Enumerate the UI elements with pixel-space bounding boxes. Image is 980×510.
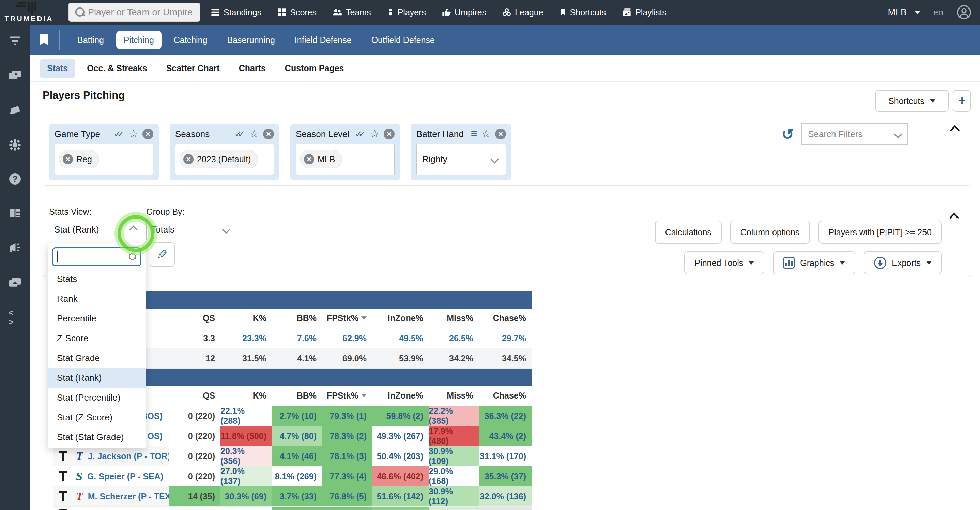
stat-cell[interactable]: 4.1% (46) bbox=[272, 446, 322, 466]
stat-cell[interactable]: 29.7% bbox=[479, 333, 531, 343]
select-all-icon[interactable] bbox=[234, 129, 245, 139]
pin-button[interactable] bbox=[53, 446, 73, 466]
nav-playlists[interactable]: Playlists bbox=[622, 8, 667, 18]
dropdown-option-rank[interactable]: Rank bbox=[48, 289, 145, 309]
dropdown-option-z-score[interactable]: Z-Score bbox=[48, 328, 145, 348]
nav-standings[interactable]: Standings bbox=[211, 8, 261, 18]
player-link[interactable]: OS) bbox=[148, 431, 162, 441]
stat-cell[interactable]: 30.9% (112) bbox=[429, 486, 479, 506]
pin-button[interactable] bbox=[53, 486, 73, 506]
col-header-k[interactable]: K% bbox=[221, 390, 272, 400]
col-header-fpstk[interactable]: FPStk% bbox=[322, 390, 372, 400]
global-search-input[interactable]: Player or Team or Umpire bbox=[68, 3, 200, 22]
remove-filter-icon[interactable] bbox=[495, 129, 506, 139]
stat-cell[interactable]: 7.6% bbox=[272, 333, 322, 343]
tab-catching[interactable]: Catching bbox=[166, 31, 215, 49]
remove-filter-icon[interactable] bbox=[263, 129, 274, 139]
tab-stats[interactable]: Stats bbox=[40, 59, 75, 78]
graphics-button[interactable]: Graphics bbox=[773, 251, 855, 274]
favorite-star-icon[interactable] bbox=[370, 129, 380, 139]
dropdown-option-stat-grade[interactable]: Stat Grade bbox=[48, 348, 145, 368]
stat-cell[interactable]: 78.1% (3) bbox=[322, 446, 372, 466]
stat-cell[interactable]: 49.3% (267) bbox=[372, 426, 429, 446]
stat-cell[interactable]: 50.4% (203) bbox=[372, 446, 429, 466]
remove-filter-icon[interactable] bbox=[142, 129, 153, 139]
language-selector[interactable]: en bbox=[933, 7, 943, 18]
pinned-tools-button[interactable]: Pinned Tools bbox=[684, 251, 764, 274]
stat-cell[interactable]: 35.3% (37) bbox=[479, 466, 531, 486]
col-header-miss[interactable]: Miss% bbox=[429, 313, 479, 323]
tab-outfield-defense[interactable]: Outfield Defense bbox=[364, 31, 442, 49]
tab-pitching[interactable]: Pitching bbox=[116, 31, 162, 49]
add-shortcut-button[interactable] bbox=[953, 90, 971, 112]
tab-batting[interactable]: Batting bbox=[70, 31, 111, 49]
filter-history-icon[interactable] bbox=[781, 126, 794, 143]
col-header-miss[interactable]: Miss% bbox=[429, 390, 479, 400]
dropdown-option-stat-z-score[interactable]: Stat (Z-Score) bbox=[48, 407, 145, 427]
favorite-star-icon[interactable] bbox=[129, 129, 138, 139]
player-link[interactable]: G. Speier (P - SEA) bbox=[87, 472, 163, 481]
stat-cell[interactable]: 76.8% (5) bbox=[322, 486, 372, 506]
player-link[interactable]: J. Jackson (P - TOR) bbox=[88, 451, 169, 461]
dropdown-option-stats[interactable]: Stats bbox=[48, 269, 145, 289]
search-filters-input[interactable]: Search Filters bbox=[802, 123, 908, 145]
stat-cell[interactable]: 49.5% bbox=[372, 333, 429, 343]
col-header-fpstk[interactable]: FPStk% bbox=[322, 313, 372, 323]
stat-cell[interactable]: 27.0% (137) bbox=[221, 466, 272, 486]
stat-cell[interactable]: 22.1% (288) bbox=[221, 406, 272, 426]
media-gallery-icon[interactable] bbox=[8, 276, 21, 289]
stat-cell[interactable]: 20.3% (356) bbox=[221, 446, 272, 466]
stat-cell[interactable]: 23.3% bbox=[221, 333, 272, 343]
nav-league[interactable]: League bbox=[502, 8, 543, 18]
stat-cell[interactable]: 11.8% (500) bbox=[221, 426, 272, 446]
stat-cell[interactable]: 77.3% (4) bbox=[322, 466, 372, 486]
season-level-values[interactable]: MLB bbox=[296, 143, 395, 175]
edit-view-button[interactable] bbox=[150, 242, 175, 267]
options-lines-icon[interactable] bbox=[471, 130, 477, 139]
dropdown-option-stat-stat-grade[interactable]: Stat (Stat Grade) bbox=[48, 427, 145, 447]
stat-cell[interactable]: 8.1% (269) bbox=[272, 466, 322, 486]
league-selector[interactable]: MLB bbox=[888, 7, 921, 18]
account-avatar-icon[interactable] bbox=[956, 5, 972, 20]
remove-chip-icon[interactable] bbox=[63, 154, 73, 164]
stat-cell[interactable]: 43.4% (2) bbox=[479, 426, 531, 446]
nav-players[interactable]: Players bbox=[387, 8, 426, 18]
pin-button[interactable] bbox=[53, 466, 73, 486]
col-header-inzone[interactable]: InZone% bbox=[372, 390, 429, 400]
settings-gear-icon[interactable] bbox=[8, 139, 21, 151]
tab-custom-pages[interactable]: Custom Pages bbox=[277, 59, 352, 78]
stat-cell[interactable]: 62.9% bbox=[322, 333, 372, 343]
remove-filter-icon[interactable] bbox=[384, 129, 395, 139]
video-library-icon[interactable] bbox=[8, 69, 21, 82]
tab-occ-streaks[interactable]: Occ. & Streaks bbox=[80, 59, 155, 78]
spray-charts-icon[interactable] bbox=[8, 104, 21, 116]
stat-cell[interactable]: 36.3% (22) bbox=[479, 406, 531, 426]
col-header-bb[interactable]: BB% bbox=[272, 313, 322, 323]
stat-cell[interactable]: 51.6% (142) bbox=[372, 486, 429, 506]
shortcuts-dropdown-button[interactable]: Shortcuts bbox=[875, 90, 949, 112]
stat-cell[interactable]: 22.2% (385) bbox=[429, 406, 479, 426]
stat-cell[interactable]: 46.6% (402) bbox=[372, 466, 429, 486]
stat-cell[interactable]: 30.3% (69) bbox=[221, 486, 272, 506]
col-header-qs[interactable]: QS bbox=[169, 390, 221, 400]
stat-cell[interactable]: 30.9% (109) bbox=[429, 446, 479, 466]
favorite-star-icon[interactable] bbox=[481, 129, 491, 139]
tab-charts[interactable]: Charts bbox=[231, 59, 273, 78]
qualifier-button[interactable]: Players with [P|PIT] >= 250 bbox=[818, 221, 942, 244]
seasons-values[interactable]: 2023 (Default) bbox=[175, 143, 274, 175]
col-header-chase[interactable]: Chase% bbox=[479, 313, 531, 323]
col-header-inzone[interactable]: InZone% bbox=[372, 313, 429, 323]
nav-shortcuts[interactable]: Shortcuts bbox=[559, 8, 606, 18]
developer-code-icon[interactable] bbox=[8, 311, 21, 324]
remove-chip-icon[interactable] bbox=[304, 154, 314, 164]
stat-cell[interactable]: 3.7% (33) bbox=[272, 486, 322, 506]
nav-scores[interactable]: Scores bbox=[277, 8, 317, 18]
col-header-k[interactable]: K% bbox=[221, 313, 272, 323]
dropdown-option-stat-rank[interactable]: Stat (Rank) bbox=[48, 368, 145, 387]
stat-cell[interactable]: 78.3% (2) bbox=[322, 426, 372, 446]
tab-infield-defense[interactable]: Infield Defense bbox=[287, 31, 359, 49]
dropdown-option-percentile[interactable]: Percentile bbox=[48, 309, 145, 328]
announcements-icon[interactable] bbox=[8, 241, 21, 254]
select-all-icon[interactable] bbox=[355, 129, 366, 139]
stat-cell[interactable]: 17.9% (480) bbox=[429, 426, 479, 446]
